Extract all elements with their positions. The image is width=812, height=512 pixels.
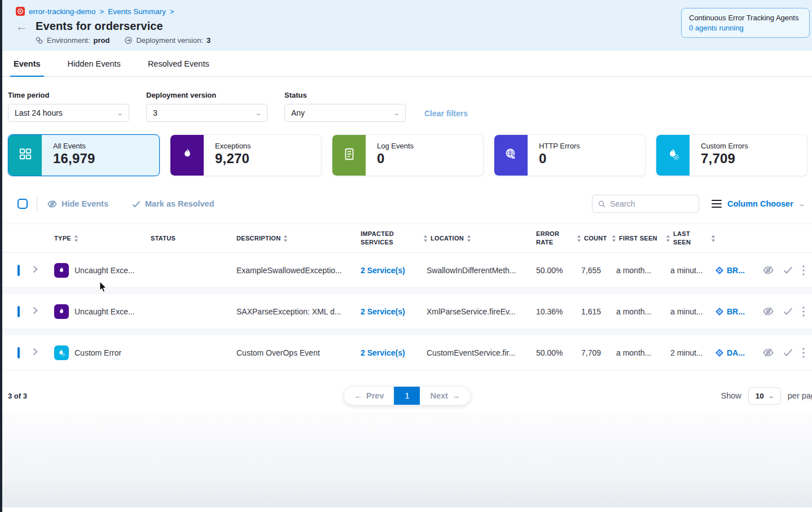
tab-events[interactable]: Events (12, 51, 42, 76)
breadcrumb-project-link[interactable]: error-tracking-demo (29, 7, 96, 16)
row-menu-icon[interactable] (802, 265, 805, 275)
chevron-down-icon: ⌄ (116, 110, 124, 117)
clear-filters-button[interactable]: Clear filters (424, 109, 468, 118)
chevron-down-icon: ⌄ (798, 200, 805, 208)
column-chooser-button[interactable]: Column Chooser ⌄ (712, 199, 804, 208)
cell-first-seen: a month... (612, 307, 666, 316)
next-page-button[interactable]: Next→ (420, 387, 471, 405)
cell-last-seen: 2 minut... (666, 348, 716, 357)
column-header-description[interactable]: DESCRIPTION (234, 234, 358, 243)
sort-icon[interactable] (74, 235, 78, 242)
column-header-location[interactable]: LOCATION (423, 234, 530, 243)
globe-error-icon (503, 147, 519, 164)
row-checkbox[interactable] (17, 347, 20, 358)
card-label: Exceptions (215, 142, 251, 150)
select-all-checkbox[interactable] (17, 199, 28, 209)
table-row[interactable]: Uncaught Exce... SAXParseException: XML … (2, 294, 812, 329)
deployment-version-select[interactable]: 3⌄ (146, 104, 267, 122)
expand-row-icon[interactable] (33, 307, 50, 316)
status-label: Status (284, 91, 406, 99)
resolve-event-icon[interactable] (783, 348, 793, 357)
arrow-left-icon: ← (354, 391, 363, 400)
sort-icon[interactable] (423, 235, 428, 242)
impacted-services-link[interactable]: 2 Service(s) (361, 348, 405, 357)
mark-resolved-button[interactable]: Mark as Resolved (132, 199, 214, 208)
column-header-type[interactable]: TYPE (50, 234, 148, 243)
check-icon (132, 200, 141, 208)
deployment-version-label: Deployment version (146, 91, 267, 99)
current-page-button[interactable]: 1 (394, 387, 420, 405)
flame-icon (54, 263, 69, 278)
environment-icon (35, 36, 43, 45)
card-log-events[interactable]: Log Events 0 (332, 134, 484, 176)
impacted-services-link[interactable]: 2 Service(s) (361, 266, 405, 275)
card-value: 0 (377, 151, 414, 167)
sort-icon[interactable] (283, 235, 288, 242)
toolbar-divider (37, 196, 37, 211)
column-header-status: STATUS (148, 234, 234, 243)
cell-error-rate: 50.00% (530, 266, 577, 275)
page-size-select[interactable]: 10⌄ (748, 387, 781, 405)
cell-type: Custom Error (74, 348, 121, 357)
hide-events-button[interactable]: Hide Events (47, 199, 108, 209)
search-input[interactable] (610, 199, 693, 208)
hide-event-icon[interactable] (763, 306, 774, 317)
time-period-select[interactable]: Last 24 hours⌄ (8, 104, 129, 122)
row-checkbox[interactable] (17, 306, 20, 317)
card-label: HTTP Errors (539, 142, 580, 150)
ticket-link[interactable]: DA... (716, 348, 760, 357)
time-period-filter: Time period Last 24 hours⌄ (8, 91, 129, 122)
tab-resolved-events[interactable]: Resolved Events (147, 51, 210, 76)
show-label: Show (721, 391, 741, 400)
cell-last-seen: a minut... (666, 307, 716, 316)
hide-event-icon[interactable] (763, 347, 774, 358)
cell-error-rate: 10.36% (530, 307, 577, 316)
back-arrow-icon[interactable]: ← (16, 20, 28, 32)
column-header-last-seen[interactable]: LAST SEEN (666, 230, 716, 247)
per-page-label: per page (788, 391, 812, 400)
breadcrumb-section-link[interactable]: Events Summary (108, 7, 166, 16)
row-menu-icon[interactable] (802, 348, 805, 358)
tab-hidden-events[interactable]: Hidden Events (67, 51, 122, 76)
ticket-link[interactable]: BR... (716, 307, 760, 316)
cell-count: 1,615 (577, 307, 612, 316)
sort-icon[interactable] (467, 235, 471, 242)
card-exceptions[interactable]: Exceptions 9,270 (170, 134, 322, 176)
search-icon (598, 200, 605, 208)
row-checkbox[interactable] (17, 265, 20, 276)
expand-row-icon[interactable] (33, 265, 50, 275)
sort-icon[interactable] (711, 235, 716, 242)
status-select[interactable]: Any⌄ (284, 104, 406, 122)
chevron-down-icon: ⌄ (254, 110, 262, 117)
ticket-link[interactable]: BR... (716, 266, 760, 275)
arrow-right-icon: → (452, 391, 460, 400)
pager: ←Prev 1 Next→ (344, 386, 471, 405)
prev-page-button[interactable]: ←Prev (344, 387, 394, 405)
card-custom-errors[interactable]: Custom Errors 7,709 (656, 134, 807, 176)
resolve-event-icon[interactable] (783, 266, 793, 274)
sort-icon[interactable] (577, 235, 581, 242)
agents-callout-title: Continuous Error Tracking Agents (689, 14, 802, 22)
sort-icon[interactable] (666, 235, 670, 242)
table-header-row: TYPESTATUSDESCRIPTIONIMPACTED SERVICESLO… (2, 224, 812, 253)
grid-icon (18, 147, 33, 164)
jira-ticket-icon (716, 308, 723, 316)
collapsed-nav-strip (0, 0, 2, 512)
sort-icon[interactable] (612, 235, 616, 242)
table-row[interactable]: Custom Error Custom OverOps Event 2 Serv… (2, 335, 812, 370)
breadcrumb-separator: > (100, 7, 104, 16)
hide-event-icon[interactable] (763, 265, 774, 275)
card-label: Custom Errors (701, 142, 748, 150)
impacted-services-link[interactable]: 2 Service(s) (361, 307, 405, 316)
column-header-count[interactable]: COUNT (577, 234, 612, 243)
card-all-events[interactable]: All Events 16,979 (8, 134, 160, 176)
row-menu-icon[interactable] (802, 307, 805, 317)
cell-type: Uncaught Exce... (74, 266, 135, 275)
expand-row-icon[interactable] (33, 348, 50, 357)
error-tracking-logo-icon (16, 7, 25, 16)
table-row[interactable]: Uncaught Exce... ExampleSwallowedExcepti… (2, 253, 812, 288)
card-http-errors[interactable]: HTTP Errors 0 (494, 134, 646, 176)
resolve-event-icon[interactable] (783, 307, 793, 316)
agents-running-link[interactable]: 0 agents running (689, 24, 802, 32)
column-header-first-seen[interactable]: FIRST SEEN (612, 234, 666, 243)
